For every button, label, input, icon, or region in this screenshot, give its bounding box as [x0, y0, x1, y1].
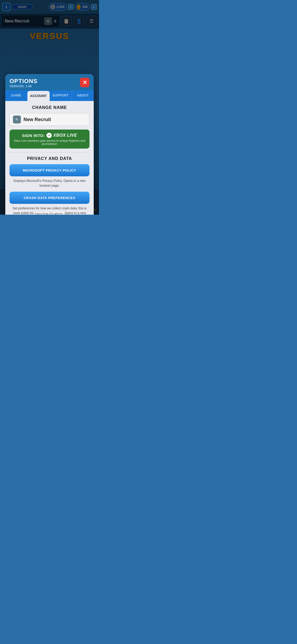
tab-bar: GAME ACCOUNT SUPPORT ABOUT	[5, 90, 94, 101]
change-name-title: CHANGE NAME	[10, 105, 89, 110]
crash-description: Set preferences for how we collect crash…	[10, 206, 89, 215]
home-indicator	[34, 212, 65, 213]
modal-title: OPTIONS	[10, 78, 37, 85]
name-field[interactable]: ✎ New Recruit	[10, 113, 89, 126]
xbox-logo-icon: ✕	[46, 133, 52, 138]
microsoft-privacy-button[interactable]: MICROSOFT PRIVACY POLICY	[10, 164, 89, 176]
crash-btn-label: CRASH DATA PREFERENCES	[24, 196, 76, 200]
modal-version: VERSION: 1.98	[10, 85, 37, 88]
tab-account[interactable]: ACCOUNT	[27, 91, 50, 102]
xbox-live-text: XBOX LIVE	[53, 133, 77, 138]
modal-body: CHANGE NAME ✎ New Recruit SIGN INTO: ✕ X…	[5, 101, 94, 215]
close-button[interactable]: ✕	[80, 78, 89, 87]
xbox-live-button[interactable]: SIGN INTO: ✕ XBOX LIVE Xbox Live members…	[10, 130, 89, 149]
modal-header: OPTIONS VERSION: 1.98 ✕	[5, 74, 94, 90]
tab-game[interactable]: GAME	[5, 90, 27, 101]
microsoft-description: Displays Microsoft's Privacy Policy. Ope…	[10, 178, 89, 188]
divider-1	[10, 152, 89, 153]
privacy-title: PRIVACY AND DATA	[10, 156, 89, 161]
xbox-subtitle: Xbox Live members gain access to unique …	[14, 139, 85, 145]
crash-data-button[interactable]: CRASH DATA PREFERENCES	[10, 192, 89, 204]
tab-support[interactable]: SUPPORT	[50, 90, 72, 101]
name-value: New Recruit	[23, 117, 51, 122]
edit-icon: ✎	[13, 116, 21, 123]
options-modal: OPTIONS VERSION: 1.98 ✕ GAME ACCOUNT SUP…	[5, 74, 94, 215]
xbox-btn-title: SIGN INTO: ✕ XBOX LIVE	[14, 133, 85, 138]
modal-title-group: OPTIONS VERSION: 1.98	[10, 78, 37, 88]
microsoft-btn-label: MICROSOFT PRIVACY POLICY	[23, 168, 76, 172]
tab-about[interactable]: ABOUT	[72, 90, 94, 101]
